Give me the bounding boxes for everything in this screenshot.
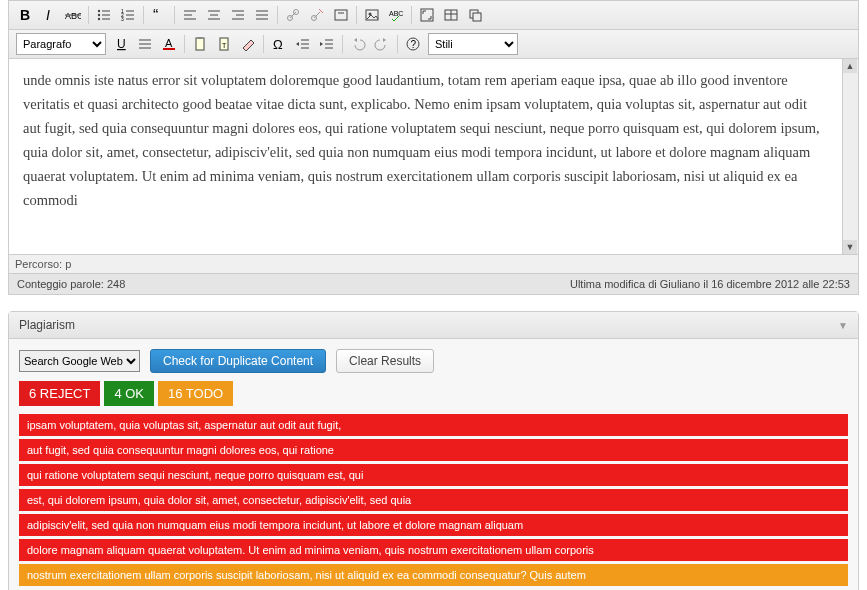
result-badges: 6 REJECT 4 OK 16 TODO	[19, 381, 848, 406]
align-right-icon[interactable]	[227, 4, 249, 26]
plagiarism-title: Plagiarism	[19, 318, 75, 332]
separator	[263, 35, 264, 53]
word-count: Conteggio parole: 248	[17, 278, 125, 290]
plagiarism-body: Search Google Web Check for Duplicate Co…	[9, 339, 858, 590]
svg-text:A: A	[165, 37, 173, 49]
svg-text:Ω: Ω	[273, 37, 283, 52]
ol-icon[interactable]: 123	[117, 4, 139, 26]
editor-container: B I ABC 123 “ ABC Paragrafo U A T Ω	[8, 0, 859, 295]
outdent-icon[interactable]	[292, 33, 314, 55]
results-list: ipsam voluptatem, quia voluptas sit, asp…	[19, 414, 848, 586]
separator	[184, 35, 185, 53]
toolbar-row-2: Paragrafo U A T Ω ? Stili	[9, 30, 858, 59]
toolbar-row-1: B I ABC 123 “ ABC	[9, 1, 858, 30]
align-justify-icon[interactable]	[251, 4, 273, 26]
scroll-up-icon[interactable]: ▲	[843, 59, 857, 73]
result-row[interactable]: nostrum exercitationem ullam corporis su…	[19, 564, 848, 586]
paste-text-icon[interactable]: T	[213, 33, 235, 55]
undo-icon[interactable]	[347, 33, 369, 55]
indent-icon[interactable]	[316, 33, 338, 55]
svg-rect-38	[421, 9, 433, 21]
separator	[143, 6, 144, 24]
svg-rect-49	[163, 48, 175, 50]
paste-icon[interactable]	[189, 33, 211, 55]
plagiarism-header[interactable]: Plagiarism ▼	[9, 312, 858, 339]
more-icon[interactable]	[330, 4, 352, 26]
svg-text:“: “	[153, 7, 158, 23]
status-bar: Conteggio parole: 248 Ultima modifica di…	[9, 273, 858, 294]
result-row[interactable]: adipisciv'elit, sed quia non numquam eiu…	[19, 514, 848, 536]
separator	[88, 6, 89, 24]
svg-text:T: T	[222, 42, 227, 49]
style-select[interactable]: Stili	[428, 33, 518, 55]
editor-textarea[interactable]: unde omnis iste natus error sit voluptat…	[9, 59, 842, 254]
chevron-down-icon[interactable]: ▼	[838, 320, 848, 331]
svg-point-6	[98, 14, 100, 16]
svg-text:?: ?	[411, 39, 417, 50]
italic-icon[interactable]: I	[38, 4, 60, 26]
separator	[342, 35, 343, 53]
result-row[interactable]: dolore magnam aliquam quaerat voluptatem…	[19, 539, 848, 561]
clear-format-icon[interactable]	[237, 33, 259, 55]
result-row[interactable]: qui ratione voluptatem sequi nesciunt, n…	[19, 464, 848, 486]
svg-rect-33	[335, 10, 347, 20]
image-icon[interactable]	[361, 4, 383, 26]
svg-text:I: I	[46, 7, 50, 23]
restore-icon[interactable]	[464, 4, 486, 26]
unlink-icon[interactable]	[306, 4, 328, 26]
redo-icon[interactable]	[371, 33, 393, 55]
last-edit: Ultima modifica di Giuliano il 16 dicemb…	[570, 278, 850, 290]
result-row[interactable]: aut fugit, sed quia consequuntur magni d…	[19, 439, 848, 461]
search-engine-select[interactable]: Search Google Web	[19, 350, 140, 372]
fontcolor-icon[interactable]: A	[158, 33, 180, 55]
svg-rect-43	[473, 13, 481, 21]
underline-icon[interactable]: U	[110, 33, 132, 55]
separator	[397, 35, 398, 53]
table-icon[interactable]	[440, 4, 462, 26]
plagiarism-controls: Search Google Web Check for Duplicate Co…	[19, 349, 848, 373]
help-icon[interactable]: ?	[402, 33, 424, 55]
ok-badge: 4 OK	[104, 381, 154, 406]
align-center-icon[interactable]	[203, 4, 225, 26]
scrollbar[interactable]: ▲ ▼	[842, 59, 858, 254]
special-char-icon[interactable]: Ω	[268, 33, 290, 55]
align-icon[interactable]	[134, 33, 156, 55]
svg-text:ABC: ABC	[65, 11, 81, 21]
separator	[356, 6, 357, 24]
format-select[interactable]: Paragrafo	[16, 33, 106, 55]
svg-rect-50	[196, 38, 204, 50]
clear-results-button[interactable]: Clear Results	[336, 349, 434, 373]
spellcheck-icon[interactable]: ABC	[385, 4, 407, 26]
svg-text:ABC: ABC	[389, 10, 403, 17]
result-row[interactable]: ipsam voluptatem, quia voluptas sit, asp…	[19, 414, 848, 436]
svg-rect-51	[198, 37, 202, 39]
ul-icon[interactable]	[93, 4, 115, 26]
editor-body: unde omnis iste natus error sit voluptat…	[9, 59, 858, 254]
bold-icon[interactable]: B	[14, 4, 36, 26]
link-icon[interactable]	[282, 4, 304, 26]
result-row[interactable]: est, qui dolorem ipsum, quia dolor sit, …	[19, 489, 848, 511]
separator	[277, 6, 278, 24]
quote-icon[interactable]: “	[148, 4, 170, 26]
svg-point-4	[98, 10, 100, 12]
svg-point-8	[98, 18, 100, 20]
todo-badge: 16 TODO	[158, 381, 233, 406]
fullscreen-icon[interactable]	[416, 4, 438, 26]
align-left-icon[interactable]	[179, 4, 201, 26]
svg-text:U: U	[117, 37, 126, 51]
check-duplicate-button[interactable]: Check for Duplicate Content	[150, 349, 326, 373]
reject-badge: 6 REJECT	[19, 381, 100, 406]
separator	[174, 6, 175, 24]
separator	[411, 6, 412, 24]
svg-text:B: B	[20, 7, 30, 23]
strike-icon[interactable]: ABC	[62, 4, 84, 26]
scroll-down-icon[interactable]: ▼	[843, 240, 857, 254]
path-bar: Percorso: p	[9, 254, 858, 273]
svg-text:3: 3	[121, 16, 124, 22]
plagiarism-panel: Plagiarism ▼ Search Google Web Check for…	[8, 311, 859, 590]
